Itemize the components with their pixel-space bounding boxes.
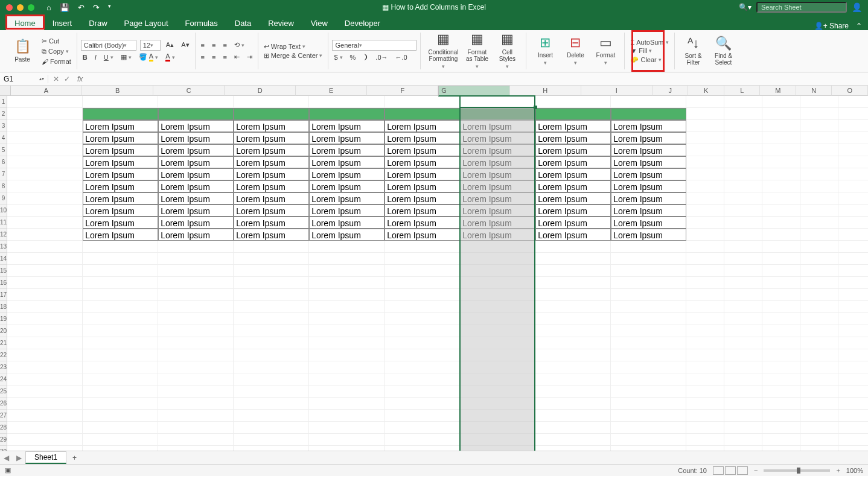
cell[interactable]: Lorem Ipsum [535,192,611,205]
cell[interactable] [385,361,460,373]
row-header[interactable]: 20 [0,325,7,337]
cell[interactable] [800,349,838,361]
cell[interactable] [838,434,868,446]
underline-button[interactable]: U [102,53,115,62]
cell[interactable] [838,253,868,265]
cell[interactable] [535,277,611,289]
cell[interactable]: Lorem Ipsum [309,180,385,192]
cell[interactable] [535,301,611,313]
column-header[interactable]: F [367,86,438,96]
prev-sheet-icon[interactable]: ◀ [0,454,13,462]
cell[interactable] [158,301,234,313]
conditional-formatting-button[interactable]: ▦Conditional Formatting [424,33,462,69]
cell[interactable] [535,349,611,361]
cell[interactable] [234,361,309,373]
cell[interactable] [535,265,611,277]
cell[interactable] [800,205,838,217]
cell[interactable] [385,241,460,253]
cell[interactable]: Lorem Ipsum [158,205,234,217]
cell[interactable] [724,180,762,192]
cell[interactable] [762,229,800,241]
cell[interactable] [7,168,83,180]
column-header[interactable]: H [510,86,581,96]
row-header[interactable]: 2 [0,108,7,120]
sheet-tab[interactable]: Sheet1 [25,451,66,464]
cell[interactable] [838,313,868,325]
cell[interactable] [234,349,309,361]
macro-record-icon[interactable]: ▣ [5,466,11,474]
cell[interactable]: Lorem Ipsum [385,144,460,156]
cell[interactable] [309,398,385,410]
cell[interactable] [83,96,158,108]
cell[interactable] [838,205,868,217]
cell[interactable] [686,156,724,168]
column-header[interactable]: M [760,86,796,96]
cell[interactable] [7,229,83,241]
cell[interactable] [800,168,838,180]
cell[interactable] [800,120,838,132]
row-header[interactable]: 16 [0,277,7,289]
cell[interactable] [686,325,724,337]
column-header[interactable]: D [225,86,296,96]
cell[interactable] [686,361,724,373]
cell[interactable] [83,265,158,277]
cell[interactable] [385,349,460,361]
font-size-select[interactable]: 12 [140,40,161,51]
cell[interactable] [724,337,762,349]
cell[interactable] [724,446,762,451]
cell[interactable] [7,349,83,361]
cell[interactable] [724,241,762,253]
cell[interactable]: Lorem Ipsum [158,168,234,180]
cell[interactable] [7,434,83,446]
row-header[interactable]: 24 [0,373,7,385]
cell[interactable] [7,108,83,120]
cell[interactable] [535,446,611,451]
cell[interactable] [83,241,158,253]
cell[interactable]: Lorem Ipsum [385,205,460,217]
cell[interactable] [535,373,611,385]
wrap-text-button[interactable]: ↩ Wrap Text [262,42,325,51]
cell[interactable] [724,289,762,301]
cell[interactable] [762,168,800,180]
cell[interactable] [83,385,158,398]
row-header[interactable]: 11 [0,217,7,229]
cell[interactable] [385,277,460,289]
row-header[interactable]: 9 [0,192,7,205]
cell[interactable] [158,277,234,289]
cell[interactable] [686,398,724,410]
cell[interactable] [385,434,460,446]
cell[interactable] [158,361,234,373]
cell[interactable]: Lorem Ipsum [385,217,460,229]
cell[interactable] [838,217,868,229]
cell[interactable] [158,241,234,253]
row-header[interactable]: 26 [0,398,7,410]
cell[interactable]: Lorem Ipsum [535,229,611,241]
column-header[interactable]: I [581,86,653,96]
tab-insert[interactable]: Insert [44,16,81,30]
cell[interactable] [7,156,83,168]
cell[interactable]: Lorem Ipsum [309,144,385,156]
format-painter-button[interactable]: 🖌 Format [40,57,73,66]
view-break-icon[interactable] [737,466,748,475]
cell[interactable] [158,265,234,277]
cell[interactable]: Lorem Ipsum [611,180,686,192]
cell[interactable]: Lorem Ipsum [309,217,385,229]
cell[interactable] [7,337,83,349]
row-header[interactable]: 17 [0,289,7,301]
cell[interactable] [724,192,762,205]
cell[interactable] [309,108,385,120]
cell[interactable] [83,373,158,385]
cell[interactable] [535,325,611,337]
cell[interactable] [83,410,158,422]
cell[interactable] [800,96,838,108]
cell[interactable] [309,337,385,349]
cell[interactable] [800,265,838,277]
cell[interactable] [800,156,838,168]
increase-font-icon[interactable]: A▴ [164,40,176,49]
row-header[interactable]: 1 [0,96,7,108]
cell[interactable] [762,434,800,446]
cell[interactable]: Lorem Ipsum [83,217,158,229]
enter-formula-icon[interactable]: ✓ [64,75,70,83]
cell[interactable]: Lorem Ipsum [611,120,686,132]
cell[interactable]: Lorem Ipsum [309,205,385,217]
